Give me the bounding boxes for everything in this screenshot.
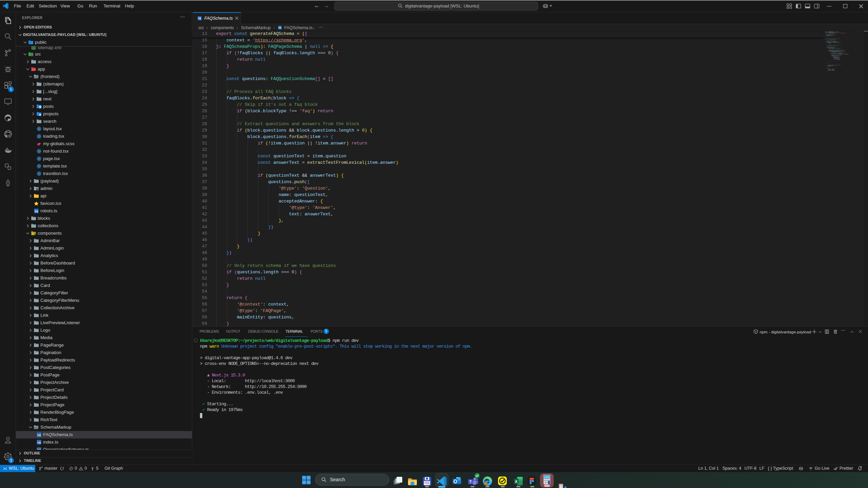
svg-text:TS: TS	[279, 26, 281, 29]
svg-text:T: T	[469, 480, 472, 484]
svg-text:TS: TS	[35, 210, 38, 213]
svg-text:X: X	[515, 480, 518, 484]
svg-text:TS: TS	[37, 434, 41, 437]
svg-text:TS: TS	[198, 17, 201, 20]
svg-text:TS: TS	[37, 441, 41, 444]
